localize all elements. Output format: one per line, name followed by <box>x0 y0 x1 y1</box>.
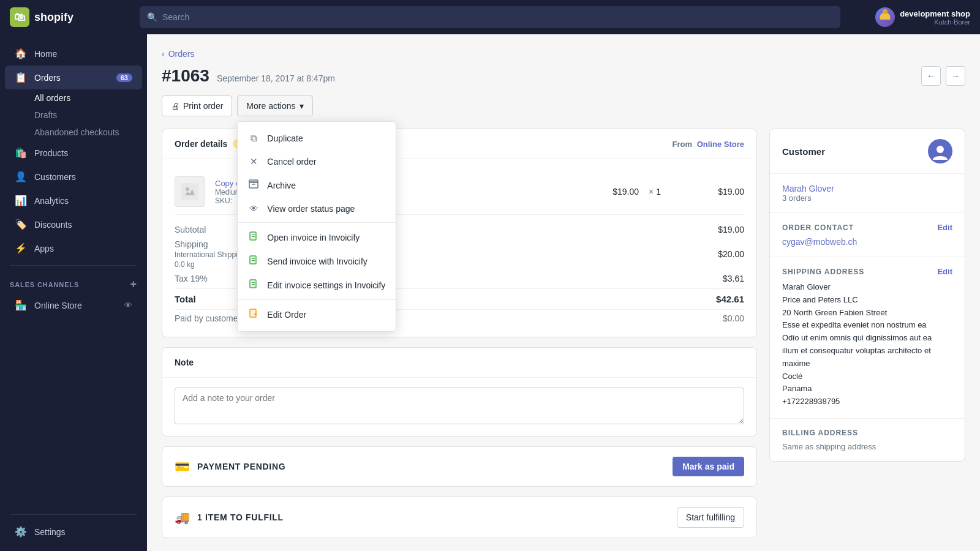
svg-rect-6 <box>252 234 255 235</box>
svg-rect-9 <box>252 258 255 259</box>
svg-rect-11 <box>250 280 256 288</box>
edit-order-icon <box>247 309 260 320</box>
eye-icon: 👁 <box>247 203 260 214</box>
dropdown-divider <box>238 222 396 223</box>
dropdown-item-edit-invoice[interactable]: Edit invoice settings in Invoicify <box>238 273 396 297</box>
invoice-icon-3 <box>247 279 260 291</box>
cancel-icon: ✕ <box>247 156 260 167</box>
invoice-icon-2 <box>247 255 260 267</box>
dropdown-item-cancel[interactable]: ✕ Cancel order <box>238 150 396 173</box>
dropdown-item-edit-order[interactable]: Edit Order <box>238 302 396 326</box>
svg-rect-5 <box>250 232 256 240</box>
dropdown-label-cancel: Cancel order <box>267 157 316 167</box>
svg-rect-3 <box>249 180 258 182</box>
dropdown-item-send-invoice[interactable]: Send invoice with Invoicify <box>238 249 396 273</box>
duplicate-icon: ⧉ <box>247 133 260 144</box>
dropdown-label-edit-invoice: Edit invoice settings in Invoicify <box>267 280 385 290</box>
svg-rect-13 <box>252 284 255 285</box>
dropdown-item-duplicate[interactable]: ⧉ Duplicate <box>238 127 396 150</box>
dropdown-label-open-invoice: Open invoice in Invoicify <box>267 233 360 242</box>
svg-rect-12 <box>252 282 255 283</box>
dropdown-item-open-invoice[interactable]: Open invoice in Invoicify <box>238 225 396 249</box>
dropdown-label-send-invoice: Send invoice with Invoicify <box>267 257 367 266</box>
invoice-icon-1 <box>247 231 260 243</box>
svg-rect-8 <box>250 256 256 264</box>
svg-rect-10 <box>252 260 255 261</box>
main-content: ‹ Orders #1063 September 18, 2017 at 8:4… <box>147 34 980 551</box>
dropdown-label-view-status: View order status page <box>267 204 355 214</box>
dropdown-label-duplicate: Duplicate <box>267 133 303 143</box>
dropdown-item-view-status[interactable]: 👁 View order status page <box>238 197 396 220</box>
dropdown-menu: ⧉ Duplicate ✕ Cancel order Archive <box>237 121 396 332</box>
dropdown-label-archive: Archive <box>267 181 296 190</box>
dropdown-item-archive[interactable]: Archive <box>238 173 396 197</box>
dropdown-divider-2 <box>238 299 396 300</box>
svg-rect-7 <box>252 236 255 237</box>
dropdown-label-edit-order: Edit Order <box>267 310 306 320</box>
archive-icon <box>247 179 260 191</box>
